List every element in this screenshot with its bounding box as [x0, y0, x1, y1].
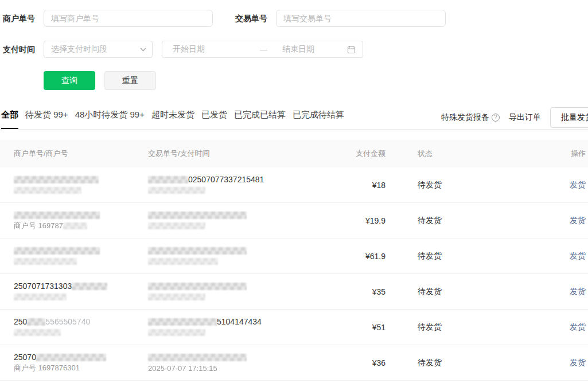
txn-cell [148, 247, 321, 265]
status-tab-1[interactable]: 待发货 99+ [25, 108, 68, 122]
amount-cell: ¥19.9 [321, 216, 385, 225]
row-secondary-line [148, 257, 321, 265]
header-action: 操作 [510, 148, 588, 159]
order-management-page: 商户单号 交易单号 支付时间 选择支付时间段 开始日期 — 结束日期 查询 重置… [0, 0, 588, 391]
status-tab-3[interactable]: 超时未发货 [151, 108, 194, 122]
row-secondary-line: 商户号 1697876301 [14, 364, 148, 372]
ship-link[interactable]: 发货 [570, 251, 586, 260]
redacted-block [148, 212, 247, 219]
status-tab-bar: 全部待发货 99+48小时待发货 99+超时未发货已发货已完成已结算已完成待结算… [0, 105, 588, 130]
redacted-block [148, 354, 247, 361]
amount-cell: ¥36 [321, 358, 385, 367]
merchant-cell: 2507071731303 [14, 282, 148, 301]
row-secondary-line [148, 293, 321, 301]
row-primary-line: 5104147434 [148, 318, 321, 326]
status-tab-5[interactable]: 已完成已结算 [234, 108, 286, 122]
merchant-no-label: 商户单号 [3, 10, 35, 27]
redacted-block [148, 294, 205, 300]
amount-cell: ¥61.9 [321, 252, 385, 261]
merchant-cell [14, 175, 148, 194]
merchant-cell [14, 247, 148, 265]
redacted-block [36, 354, 106, 361]
action-cell: 发货 [510, 357, 588, 368]
txn-no-input[interactable] [276, 10, 446, 27]
redacted-block [148, 222, 205, 229]
redacted-block [14, 187, 81, 194]
ship-link[interactable]: 发货 [570, 287, 586, 296]
status-cell: 待发货 [385, 287, 510, 297]
table-row: 25070商户号 1697876301 2025-07-07 17:15:15 … [0, 345, 588, 381]
merchant-cell: 商户号 169787 [14, 211, 148, 230]
pay-time-range-select[interactable]: 选择支付时间段 [44, 41, 153, 58]
table-row: 2505565505740 5104147434 ¥51 待发货 发货 [0, 310, 588, 345]
search-button[interactable]: 查询 [44, 71, 95, 90]
status-tabs: 全部待发货 99+48小时待发货 99+超时未发货已发货已完成已结算已完成待结算 [1, 108, 344, 122]
cell-text: 5565505740 [45, 317, 90, 326]
table-row: 2507071731303 ¥35 待发货 发货 [0, 274, 588, 310]
row-primary-line: 25070 [14, 353, 148, 361]
date-range-picker[interactable]: 开始日期 — 结束日期 [162, 41, 363, 58]
status-tab-0[interactable]: 全部 [1, 108, 18, 122]
row-primary-line [14, 211, 148, 219]
row-secondary-line: 商户号 169787 [14, 222, 148, 230]
redacted-block [148, 258, 218, 265]
export-orders-link[interactable]: 导出订单 [509, 112, 541, 123]
cell-text: 商户号 169787 [14, 221, 63, 231]
status-cell: 待发货 [385, 358, 510, 368]
txn-cell: 02507077337215481 [148, 175, 321, 194]
ship-link[interactable]: 发货 [570, 358, 586, 367]
tab-toolbar: 特殊发货报备 ? 导出订单 批量发货 [441, 105, 588, 129]
merchant-no-input[interactable] [44, 10, 213, 27]
redacted-block [14, 247, 100, 255]
cell-text: 2507071731303 [14, 281, 72, 291]
txn-cell [148, 282, 321, 301]
table-body: 02507077337215481 ¥18 待发货 发货 商户号 169787 … [0, 167, 588, 381]
ship-link[interactable]: 发货 [570, 180, 586, 189]
status-cell: 待发货 [385, 180, 510, 190]
redacted-block [148, 176, 188, 183]
cell-text: 02507077337215481 [188, 175, 264, 184]
cell-text: 5104147434 [217, 317, 262, 326]
amount-cell: ¥18 [321, 181, 385, 190]
row-secondary-line [14, 186, 148, 194]
calendar-icon [347, 45, 356, 54]
ship-link[interactable]: 发货 [570, 322, 586, 331]
status-tab-4[interactable]: 已发货 [201, 108, 227, 122]
special-shipping-report-label: 特殊发货报备 [441, 112, 489, 123]
table-row: ¥61.9 待发货 发货 [0, 238, 588, 274]
row-primary-line [148, 353, 321, 361]
table-row: 02507077337215481 ¥18 待发货 发货 [0, 167, 588, 203]
special-shipping-report-link[interactable]: 特殊发货报备 ? [441, 112, 500, 123]
redacted-block [27, 318, 45, 326]
row-primary-line: 2505565505740 [14, 318, 148, 326]
action-cell: 发货 [510, 322, 588, 333]
pay-time-range-placeholder: 选择支付时间段 [51, 44, 107, 54]
action-cell: 发货 [510, 251, 588, 261]
status-cell: 待发货 [385, 322, 510, 333]
header-status: 状态 [385, 148, 510, 159]
status-cell: 待发货 [385, 216, 510, 226]
row-primary-line [148, 211, 321, 219]
txn-no-label: 交易单号 [235, 10, 267, 27]
redacted-block [148, 247, 247, 255]
redacted-block [148, 187, 205, 194]
batch-ship-button[interactable]: 批量发货 [550, 107, 588, 128]
table-header-row: 商户单号/商户号 交易单号/支付时间 支付金额 状态 操作 [0, 140, 588, 167]
merchant-cell: 2505565505740 [14, 318, 148, 337]
row-primary-line: 02507077337215481 [148, 175, 321, 183]
status-tab-6[interactable]: 已完成待结算 [293, 108, 344, 122]
status-tab-2[interactable]: 48小时待发货 99+ [75, 108, 145, 122]
row-secondary-line [14, 329, 148, 337]
reset-button[interactable]: 重置 [104, 71, 156, 90]
redacted-block [148, 283, 247, 290]
cell-text: 250 [14, 317, 27, 326]
header-txn-no: 交易单号/支付时间 [148, 148, 321, 159]
ship-link[interactable]: 发货 [570, 216, 586, 225]
row-secondary-line [14, 293, 148, 301]
redacted-block [148, 329, 205, 336]
amount-cell: ¥35 [321, 287, 385, 296]
help-icon[interactable]: ? [492, 114, 500, 122]
redacted-block [14, 258, 77, 265]
row-secondary-line [148, 186, 321, 194]
row-primary-line [14, 175, 148, 183]
